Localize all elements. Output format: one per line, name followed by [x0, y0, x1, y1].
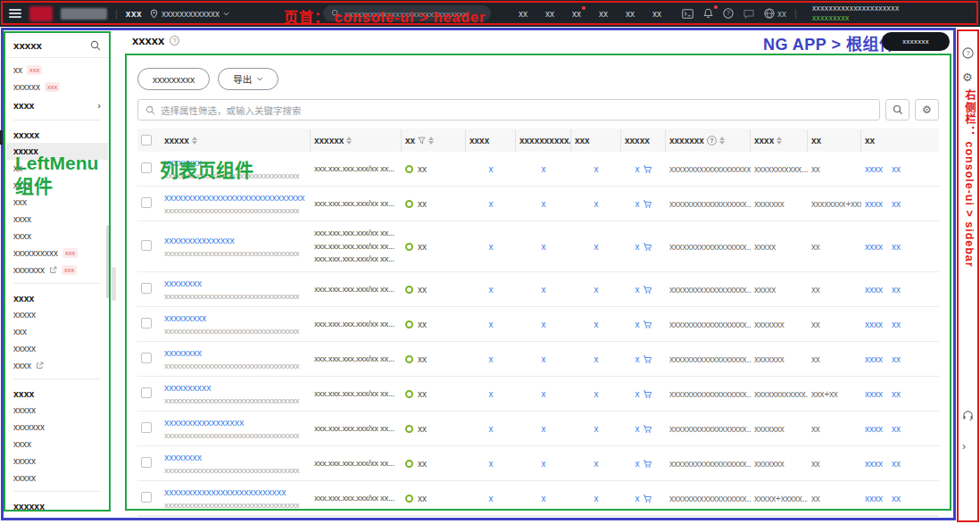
row-action-link[interactable]: xx [892, 424, 901, 434]
column-header[interactable]: xxx [571, 129, 621, 152]
column-header[interactable]: xxxx [751, 129, 808, 152]
sidebar-menu-item[interactable]: xx [13, 160, 108, 177]
row-action-link[interactable]: xxxx [865, 199, 883, 209]
row-action-link[interactable]: xx [892, 199, 901, 209]
sidebar-headset-icon[interactable] [962, 410, 974, 421]
sidebar-expand-chevron[interactable]: › [962, 440, 966, 453]
row-action-link[interactable]: xx [892, 389, 901, 399]
column-header[interactable]: xxxxxxxxxx... [516, 129, 571, 152]
row-checkbox[interactable] [141, 353, 152, 363]
row-action-link[interactable]: xx [892, 354, 901, 364]
select-all-checkbox[interactable] [141, 135, 152, 146]
resource-name-link[interactable]: xxxxxxxx [164, 452, 307, 462]
sidebar-menu-item[interactable]: xxxxx [13, 340, 108, 357]
resource-name-link[interactable]: xxxxxxxx [164, 347, 307, 358]
header-nav-item[interactable]: xx [652, 9, 661, 19]
sidebar-menu-item[interactable]: xxxx [13, 228, 108, 245]
row-action-link[interactable]: xxxx [865, 389, 883, 399]
row-action-link[interactable]: xx [892, 285, 901, 295]
sidebar-menu-item[interactable]: xxxx [13, 177, 108, 194]
menu-search-icon[interactable] [90, 40, 101, 51]
column-header[interactable]: xxxx [466, 129, 516, 152]
row-checkbox[interactable] [141, 422, 152, 433]
resource-name-link[interactable]: xxxxxxxxxxxxxxxxxxxxxxxxxxxxxx [164, 192, 307, 203]
sidebar-menu-item[interactable]: xxxxxxx [13, 419, 108, 436]
resource-name-link[interactable]: xxxxxxxxxxxxxxxxxxxxxxxxxx [164, 487, 307, 497]
row-action-link[interactable]: xx [892, 494, 901, 503]
primary-action-button[interactable]: xxxxxxxxx [137, 68, 210, 90]
sidebar-menu-item[interactable]: xxxxx [13, 453, 108, 470]
cloudshell-icon[interactable] [682, 9, 693, 19]
sidebar-menu-item[interactable]: xxx [13, 194, 108, 211]
column-header[interactable]: xxxxxxx? [666, 129, 751, 152]
row-action-link[interactable]: xx [892, 242, 901, 252]
table-settings-button[interactable]: ⚙ [915, 99, 939, 121]
sidebar-menu-item[interactable]: xxxxx [6, 143, 108, 160]
column-header[interactable]: xxxxxx [311, 129, 402, 152]
row-checkbox[interactable] [141, 387, 152, 398]
header-nav-item[interactable]: xx [626, 9, 635, 19]
region-selector[interactable]: xxxxxxxxxxxxx [150, 9, 229, 19]
row-checkbox[interactable] [141, 457, 152, 468]
sidebar-help-icon[interactable]: ? [962, 47, 974, 59]
help-icon[interactable]: ? [723, 8, 734, 19]
row-action-link[interactable]: xxxx [865, 354, 883, 364]
column-header[interactable]: xx [861, 129, 939, 152]
global-search-input[interactable]: xxxxxxxxxxxxxxxxxxxxxxxxxxxxx [323, 5, 491, 21]
export-button[interactable]: 导出 [218, 68, 278, 90]
resource-name-link[interactable]: xxxxxxxxxxxxxxx [164, 235, 307, 245]
column-header[interactable]: xx [808, 129, 861, 152]
column-help-icon[interactable]: ? [707, 136, 717, 146]
resource-name-link[interactable]: xxxxxxxxxx [164, 382, 307, 393]
sort-icon[interactable] [192, 137, 197, 145]
sidebar-menu-item[interactable]: xxxxx [13, 470, 108, 487]
row-action-link[interactable]: xxxx [865, 320, 883, 329]
header-nav-item[interactable]: xx [519, 9, 527, 19]
sort-icon[interactable] [428, 137, 434, 145]
account-info[interactable]: xxxxxxxxxxxxxxxxxxxxx xxxxxxxxx [812, 4, 900, 23]
sidebar-menu-item[interactable]: xxxxxxxxxx [13, 262, 108, 279]
sidebar-menu-item[interactable]: xxx [13, 323, 108, 340]
row-action-link[interactable]: xx [892, 320, 901, 329]
header-nav-item[interactable]: xx [545, 9, 554, 19]
row-action-link[interactable]: xxxx [865, 164, 883, 174]
table-search-button[interactable] [885, 99, 909, 121]
sidebar-menu-item[interactable]: xxxx [13, 436, 108, 453]
row-checkbox[interactable] [141, 283, 152, 294]
sidebar-menu-item[interactable]: xxxxx [13, 306, 108, 323]
row-checkbox[interactable] [141, 197, 152, 208]
row-action-link[interactable]: xxxx [865, 459, 883, 469]
sidebar-gear-icon[interactable]: ⚙ [962, 71, 973, 84]
row-action-link[interactable]: xxxx [865, 424, 883, 434]
row-action-link[interactable]: xxxx [865, 494, 883, 503]
sidebar-menu-item[interactable]: xxxx [13, 211, 108, 228]
column-header[interactable]: xx [402, 129, 466, 152]
menu-collapse-handle[interactable] [112, 267, 116, 301]
sidebar-menu-item[interactable]: xxxxx [13, 402, 108, 419]
header-nav-item[interactable]: xx [599, 9, 608, 19]
column-header[interactable]: xxxxx [161, 129, 311, 152]
language-globe[interactable]: xx [764, 8, 786, 19]
row-action-link[interactable]: xx [892, 459, 901, 469]
sort-icon[interactable] [346, 137, 352, 145]
resource-name-link[interactable]: xxxxxxxx [164, 278, 307, 288]
sidebar-menu-item[interactable]: xxxxxxxxxxxxx [13, 245, 108, 262]
row-checkbox[interactable] [141, 240, 152, 251]
resource-name-link[interactable]: xxxxxxxx [164, 157, 307, 168]
menu-group-item[interactable]: xxxx› [13, 96, 108, 115]
row-checkbox[interactable] [141, 162, 152, 173]
resource-name-link[interactable]: xxxxxxxxx [164, 312, 307, 323]
sort-icon[interactable] [719, 137, 725, 145]
filter-search-input[interactable]: 选择属性筛选，或输入关键字搜索 [137, 99, 880, 121]
column-header[interactable]: xxxxx [621, 129, 666, 152]
header-nav-item[interactable]: xx [572, 9, 581, 19]
hamburger-menu-icon[interactable] [9, 9, 21, 18]
sort-icon[interactable] [777, 137, 782, 145]
page-title-help-icon[interactable]: ? [170, 36, 179, 46]
row-checkbox[interactable] [141, 492, 152, 503]
left-menu-scrollbar[interactable] [106, 225, 109, 298]
row-action-link[interactable]: xxxx [865, 285, 883, 295]
row-action-link[interactable]: xxxx [865, 242, 883, 252]
sidebar-menu-item[interactable]: xxxxxxxxx [13, 79, 108, 96]
row-checkbox[interactable] [141, 318, 152, 329]
